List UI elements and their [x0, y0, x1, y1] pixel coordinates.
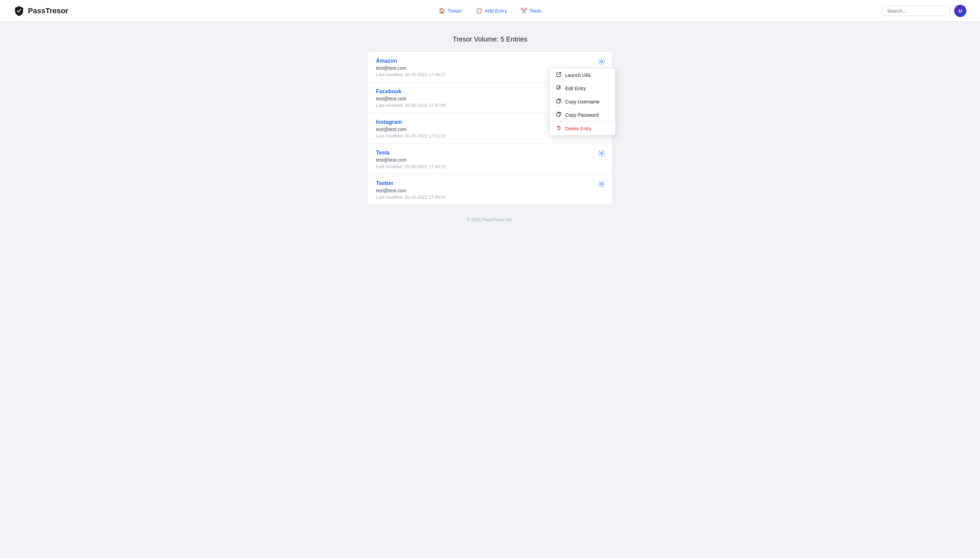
entry-username-twitter: test@test.com [376, 188, 604, 193]
nav-add-entry[interactable]: 📋 Add Entry [476, 8, 507, 14]
context-menu-copy-username-label: Copy Username [565, 99, 599, 105]
entry-modified-tesla: Last modified: 05-05-2022 17:48:22 [376, 164, 604, 169]
navbar-right: U [882, 5, 966, 17]
nav-center: 🏠 Tresor 📋 Add Entry ✂️ Tools [438, 8, 542, 14]
entry-item-tesla[interactable]: Tesla test@test.com Last modified: 05-05… [368, 144, 612, 174]
gear-icon-twitter [598, 181, 605, 188]
launch-url-icon [556, 72, 562, 78]
page-title: Tresor Volume: 5 Entries [453, 35, 527, 43]
avatar[interactable]: U [954, 5, 966, 17]
nav-tresor[interactable]: 🏠 Tresor [438, 8, 462, 14]
svg-point-0 [601, 61, 602, 62]
tools-icon: ✂️ [520, 8, 527, 14]
entry-gear-button-twitter[interactable] [598, 181, 605, 190]
navbar: PassTresor 🏠 Tresor 📋 Add Entry ✂️ Tools… [0, 0, 980, 22]
svg-rect-3 [557, 113, 560, 117]
nav-tools[interactable]: ✂️ Tools [520, 8, 542, 14]
svg-point-7 [601, 183, 602, 185]
context-menu-delete-entry[interactable]: Delete Entry [550, 121, 615, 135]
context-menu-launch-url[interactable]: Launch URL [550, 68, 615, 82]
context-menu-copy-password-label: Copy Password [565, 112, 599, 118]
context-menu-edit-entry[interactable]: Edit Entry [550, 82, 615, 95]
context-menu-delete-entry-label: Delete Entry [565, 126, 591, 131]
entry-modified-twitter: Last modified: 05-05-2022 17:49:37 [376, 195, 604, 200]
entries-list: Amazon test@test.com Last modified: 05-0… [368, 51, 612, 205]
add-entry-icon: 📋 [476, 8, 483, 14]
context-menu-edit-entry-label: Edit Entry [565, 86, 586, 91]
search-input[interactable] [882, 6, 950, 16]
entry-gear-button-amazon[interactable] [598, 58, 605, 67]
context-menu-copy-username[interactable]: Copy Username [550, 95, 615, 108]
entry-name-tesla: Tesla [376, 150, 604, 156]
gear-icon-tesla [598, 150, 605, 157]
context-menu: Launch URL Edit Entry [549, 68, 616, 135]
entry-name-twitter: Twitter [376, 181, 604, 187]
entry-name-amazon: Amazon [376, 58, 604, 64]
main-content: Tresor Volume: 5 Entries Amazon test@tes… [0, 22, 980, 236]
edit-icon [556, 85, 562, 91]
home-icon: 🏠 [438, 8, 445, 14]
entry-item-amazon[interactable]: Amazon test@test.com Last modified: 05-0… [368, 52, 612, 82]
shield-icon [14, 5, 25, 16]
entry-gear-button-tesla[interactable] [598, 150, 605, 159]
trash-icon [556, 126, 562, 131]
svg-point-6 [601, 153, 602, 154]
gear-icon [598, 58, 605, 65]
brand-logo[interactable]: PassTresor [14, 5, 68, 16]
entry-item-twitter[interactable]: Twitter test@test.com Last modified: 05-… [368, 174, 612, 205]
copy-password-icon [556, 112, 562, 118]
copy-username-icon [556, 98, 562, 105]
footer: © 2022 PassTresor Inc. [467, 217, 513, 222]
brand-name: PassTresor [28, 7, 68, 15]
context-menu-copy-password[interactable]: Copy Password [550, 108, 615, 121]
entry-username-tesla: test@test.com [376, 157, 604, 162]
context-menu-launch-url-label: Launch URL [565, 72, 592, 78]
footer-text: © 2022 PassTresor Inc. [467, 217, 513, 222]
svg-rect-2 [557, 100, 560, 103]
